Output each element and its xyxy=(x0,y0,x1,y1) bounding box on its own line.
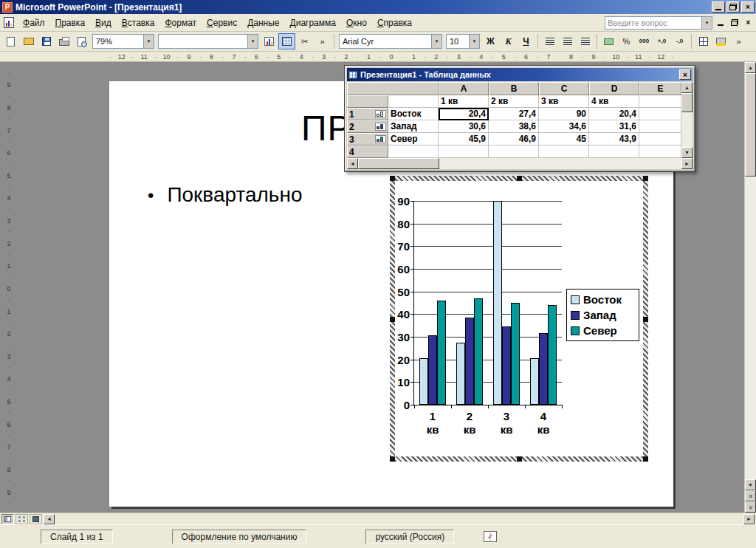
next-slide-button[interactable]: » xyxy=(745,501,756,513)
font-size-combo[interactable]: 10 ▼ xyxy=(446,34,480,49)
data-cell[interactable]: 45 xyxy=(539,133,589,145)
data-cell[interactable] xyxy=(589,145,639,158)
selection-handle[interactable] xyxy=(390,176,395,181)
row-header-1[interactable]: 1 xyxy=(347,108,388,120)
scroll-up-button[interactable]: ▲ xyxy=(745,62,756,73)
data-cell[interactable]: 20,4 xyxy=(439,108,489,120)
spelling-status-icon[interactable]: ✓ xyxy=(484,531,497,542)
restore-button[interactable] xyxy=(726,1,740,13)
series-name-cell[interactable] xyxy=(388,95,439,108)
menu-item-tools[interactable]: Сервис xyxy=(202,15,242,31)
scroll-thumb[interactable] xyxy=(358,158,439,169)
data-cell[interactable] xyxy=(639,145,681,158)
toolbar-options-button-2[interactable]: » xyxy=(730,33,747,49)
menu-item-help[interactable]: Справка xyxy=(372,15,417,31)
percent-style-button[interactable]: % xyxy=(618,33,635,49)
data-cell[interactable]: 20,4 xyxy=(589,108,639,120)
zoom-dropdown-icon[interactable]: ▼ xyxy=(143,35,154,48)
series-name-cell[interactable] xyxy=(388,145,439,158)
legend-entry[interactable]: Север xyxy=(571,324,635,337)
cut-button[interactable]: ✂ xyxy=(296,33,313,49)
data-cell[interactable]: 31,6 xyxy=(589,120,639,133)
chart-bar[interactable] xyxy=(474,298,483,405)
language-indicator[interactable]: русский (Россия) xyxy=(365,530,454,544)
underline-button[interactable]: Ч xyxy=(518,33,535,49)
datasheet-vertical-scrollbar[interactable]: ▲ ▼ xyxy=(681,82,693,158)
save-button[interactable] xyxy=(38,33,55,49)
slideshow-view-button[interactable] xyxy=(30,514,42,524)
data-cell[interactable] xyxy=(439,145,489,158)
doc-minimize-button[interactable] xyxy=(714,17,726,28)
data-cell[interactable] xyxy=(489,145,539,158)
currency-style-button[interactable] xyxy=(600,33,617,49)
comma-style-button[interactable]: 000 xyxy=(636,33,653,49)
align-left-button[interactable] xyxy=(541,33,558,49)
row-header-4[interactable]: 4 xyxy=(347,145,388,158)
category-row-header[interactable] xyxy=(347,95,388,108)
data-cell[interactable]: 27,4 xyxy=(489,108,539,120)
chart-bar[interactable] xyxy=(548,305,557,405)
zoom-combo[interactable]: 79% ▼ xyxy=(92,34,154,49)
menu-item-window[interactable]: Окно xyxy=(341,15,372,31)
datasheet-corner[interactable] xyxy=(347,82,439,95)
data-cell[interactable] xyxy=(639,133,681,145)
row-header-3[interactable]: 3 xyxy=(347,133,388,145)
row-header-2[interactable]: 2 xyxy=(347,120,388,133)
chart-bar[interactable] xyxy=(428,335,437,405)
data-cell[interactable]: 34,6 xyxy=(539,120,589,133)
scroll-left-button[interactable]: ◄ xyxy=(347,158,358,169)
print-button[interactable] xyxy=(55,33,72,49)
chart-bar[interactable] xyxy=(502,326,511,405)
datasheet-close-button[interactable]: × xyxy=(679,69,691,80)
chart-objects-combo[interactable]: ▼ xyxy=(158,34,258,49)
scroll-track[interactable] xyxy=(439,158,681,169)
chart-bar[interactable] xyxy=(493,201,502,405)
chart-bar[interactable] xyxy=(539,333,548,405)
view-datasheet-button[interactable] xyxy=(278,33,295,49)
chart-bar[interactable] xyxy=(530,358,539,405)
selection-handle[interactable] xyxy=(643,317,648,322)
selection-handle[interactable] xyxy=(643,456,648,462)
bold-button[interactable]: Ж xyxy=(482,33,499,49)
borders-button[interactable] xyxy=(695,33,712,49)
chart-bar[interactable] xyxy=(437,301,446,405)
italic-button[interactable]: К xyxy=(500,33,517,49)
open-folder-button[interactable] xyxy=(20,33,37,49)
minimize-button[interactable] xyxy=(712,1,725,13)
scroll-thumb[interactable] xyxy=(681,93,693,112)
fill-color-button[interactable] xyxy=(712,33,729,49)
legend-entry[interactable]: Запад xyxy=(571,309,635,321)
data-cell[interactable]: 30,6 xyxy=(439,120,489,133)
new-document-button[interactable] xyxy=(2,33,19,49)
chart-bar[interactable] xyxy=(456,343,465,405)
column-header-d[interactable]: D xyxy=(589,82,639,95)
category-cell[interactable] xyxy=(639,95,681,108)
font-name-dropdown-icon[interactable]: ▼ xyxy=(431,35,441,48)
selection-handle[interactable] xyxy=(390,456,395,462)
close-button[interactable]: × xyxy=(741,1,755,13)
chart-bar[interactable] xyxy=(465,318,474,405)
font-name-combo[interactable]: Arial Cyr ▼ xyxy=(339,34,442,49)
scroll-right-button[interactable]: ► xyxy=(681,158,693,169)
column-header-a[interactable]: A xyxy=(439,82,489,95)
column-header-e[interactable]: E xyxy=(639,82,681,95)
category-cell[interactable]: 3 кв xyxy=(539,95,589,108)
toolbar-options-button[interactable]: » xyxy=(314,33,331,49)
chart-bar[interactable] xyxy=(419,358,428,405)
chart-bar[interactable] xyxy=(511,303,520,405)
column-header-c[interactable]: C xyxy=(539,82,589,95)
series-name-cell[interactable]: Север xyxy=(388,133,439,145)
scroll-track[interactable] xyxy=(745,177,756,479)
data-cell[interactable]: 45,9 xyxy=(439,133,489,145)
data-cell[interactable]: 90 xyxy=(539,108,589,120)
scroll-left-button[interactable]: ◄ xyxy=(44,514,55,524)
doc-restore-button[interactable] xyxy=(728,17,740,28)
data-cell[interactable]: 38,6 xyxy=(489,120,539,133)
category-cell[interactable]: 2 кв xyxy=(489,95,539,108)
title-bar[interactable]: P Microsoft PowerPoint - [Презентация1] … xyxy=(0,0,756,14)
chart-objects-dropdown-icon[interactable]: ▼ xyxy=(247,35,258,48)
legend-entry[interactable]: Восток xyxy=(571,293,635,306)
datasheet-horizontal-scrollbar[interactable]: ◄ ► xyxy=(347,158,693,169)
scroll-down-button[interactable]: ▼ xyxy=(681,147,693,158)
previous-slide-button[interactable]: « xyxy=(745,490,756,501)
